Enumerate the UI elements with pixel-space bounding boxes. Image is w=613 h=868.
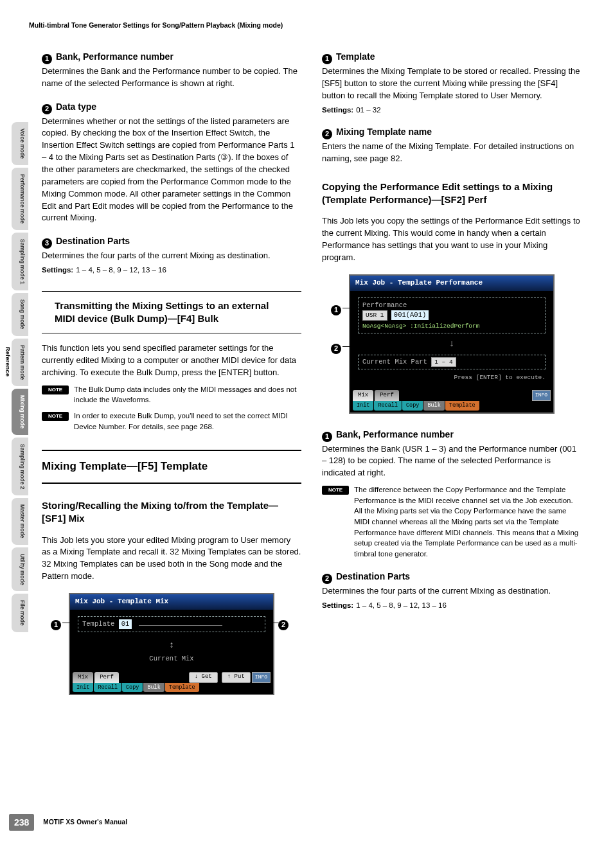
section-mixing-template: Mixing Template—[F5] Template <box>42 450 301 484</box>
figure-template-mix: 1 2 Mix Job - Template Mix Template 01 ↕… <box>69 593 274 695</box>
fig1-tab-perf: Perf <box>94 672 119 683</box>
left-column: 1Bank, Performance number Determines the… <box>42 50 301 695</box>
heading-data-type: 2Data type <box>42 100 301 114</box>
fig2-tab-mix: Mix <box>353 390 373 401</box>
body-copy-perf: This Job lets you copy the settings of t… <box>322 215 582 263</box>
heading-template-name: 2Mixing Template name <box>322 125 582 139</box>
heading-dest-parts-r: 2Destination Parts <box>322 570 582 584</box>
fig1-get-button: ↓ Get <box>189 672 218 683</box>
fig2-sub-template: Template <box>445 401 479 410</box>
body-dest-parts: Determines the four parts of the current… <box>42 250 301 262</box>
body-bank-perf: Determines the Bank and the Performance … <box>42 66 301 90</box>
note-bulk-2: NOTE In order to execute Bulk Dump, you'… <box>42 411 301 432</box>
fig1-template-name <box>139 625 222 626</box>
note-icon: NOTE <box>322 486 349 495</box>
sidebar-tab-file: File mode <box>12 594 28 632</box>
note-bulk-1: NOTE The Bulk Dump data includes only th… <box>42 384 301 405</box>
fig1-current-mix: Current Mix <box>78 654 265 664</box>
down-arrow-icon: ↓ <box>358 337 546 350</box>
fig2-sub-bulk: Bulk <box>423 401 444 410</box>
fig1-title: Mix Job - Template Mix <box>70 594 273 610</box>
sidebar-tab-performance: Performance mode <box>12 168 28 230</box>
sidebar-tabs: Voice mode Performance mode Sampling mod… <box>12 122 28 632</box>
fig1-info: INFO <box>252 672 271 683</box>
fig1-sub-template: Template <box>165 683 199 692</box>
fig2-title: Mix Job - Template Performance <box>350 276 553 291</box>
fig2-perf-name: NoAsg<NoAsg> :InitializedPerform <box>362 322 541 331</box>
fig1-callout-2-icon: 2 <box>278 620 289 630</box>
section-copy-perf: Copying the Performance Edit settings to… <box>322 181 582 207</box>
fig2-sub-init: Init <box>353 401 373 410</box>
page-number: 238 <box>9 814 34 831</box>
sidebar-tab-song: Song mode <box>12 293 28 335</box>
fig2-part-val: 1 – 4 <box>431 357 456 368</box>
sidebar-reference-label: Reference <box>3 347 12 376</box>
body-dest-parts-r: Determines the four parts of the current… <box>322 585 582 598</box>
body-template-name: Enters the name of the Mixing Template. … <box>322 141 582 165</box>
section-store-recall: Storing/Recalling the Mixing to/from the… <box>42 499 301 526</box>
fig2-prompt: Press [ENTER] to execute. <box>358 373 546 382</box>
heading-dest-parts: 3Destination Parts <box>42 235 301 249</box>
callout-3-icon: 3 <box>42 238 52 249</box>
fig2-tab-perf: Perf <box>375 390 399 401</box>
body-bulk-dump: This function lets you send specified pa… <box>42 342 301 379</box>
callout-1-icon: 1 <box>322 54 332 64</box>
body-data-type: Determines whether or not the settings o… <box>42 116 301 225</box>
page-footer: 238 MOTIF XS Owner's Manual <box>9 814 127 831</box>
fig2-callout-1-icon: 1 <box>331 305 341 315</box>
heading-bank-perf-r: 1Bank, Performance number <box>322 428 582 442</box>
body-bank-perf-r: Determines the Bank (USR 1 – 3) and the … <box>322 443 582 480</box>
fig2-num: 001(A01) <box>391 310 429 320</box>
fig1-template-value: 01 <box>119 619 132 629</box>
sidebar-tab-mixing: Mixing mode <box>12 389 28 435</box>
manual-title: MOTIF XS Owner's Manual <box>43 818 127 828</box>
callout-2-icon: 2 <box>322 129 332 139</box>
sidebar-tab-master: Master mode <box>12 498 28 544</box>
updown-arrow-icon: ↕ <box>78 639 265 651</box>
fig1-put-button: ↑ Put <box>222 672 251 683</box>
fig1-sub-init: Init <box>73 683 93 692</box>
fig2-sub-copy: Copy <box>402 401 423 410</box>
sidebar-tab-voice: Voice mode <box>12 122 28 165</box>
callout-1-icon: 1 <box>42 54 52 64</box>
callout-2-icon: 2 <box>322 574 332 584</box>
fig2-part-label: Current Mix Part <box>362 358 427 366</box>
fig2-sub-recall: Recall <box>374 401 402 410</box>
fig2-info: INFO <box>532 390 551 401</box>
sidebar-tab-sampling2: Sampling mode 2 <box>12 438 28 495</box>
settings-dest-parts: Settings:1 – 4, 5 – 8, 9 – 12, 13 – 16 <box>42 265 301 276</box>
fig1-sub-copy: Copy <box>122 683 143 692</box>
fig2-bank: USR 1 <box>362 310 387 321</box>
note-icon: NOTE <box>42 385 69 394</box>
note-copy-vs-template: NOTE The difference between the Copy Per… <box>322 484 582 560</box>
sidebar-tab-utility: Utility mode <box>12 547 28 592</box>
note-icon: NOTE <box>42 412 69 421</box>
page-header: Multi-timbral Tone Generator Settings fo… <box>29 21 283 30</box>
fig2-perf-label: Performance <box>362 301 541 310</box>
body-store-recall: This Job lets you store your edited Mixi… <box>42 535 301 583</box>
body-template: Determines the Mixing Template to be sto… <box>322 66 582 102</box>
heading-template: 1Template <box>322 50 582 64</box>
callout-2-icon: 2 <box>42 104 52 114</box>
fig1-sub-recall: Recall <box>94 683 121 692</box>
sidebar-tab-pattern: Pattern mode <box>12 339 28 386</box>
fig1-template-label: Template <box>82 620 114 628</box>
fig2-callout-2-icon: 2 <box>331 344 341 354</box>
fig1-callout-1-icon: 1 <box>51 620 61 630</box>
sidebar-tab-sampling1: Sampling mode 1 <box>12 233 28 290</box>
settings-template: Settings:01 – 32 <box>322 105 582 116</box>
fig1-tab-mix: Mix <box>73 672 93 683</box>
heading-bank-perf: 1Bank, Performance number <box>42 50 301 64</box>
callout-1-icon: 1 <box>322 432 332 442</box>
settings-dest-parts-r: Settings:1 – 4, 5 – 8, 9 – 12, 13 – 16 <box>322 600 582 611</box>
fig1-sub-bulk: Bulk <box>143 683 164 692</box>
section-bulk-dump: Transmitting the Mixing Settings to an e… <box>42 291 301 334</box>
right-column: 1Template Determines the Mixing Template… <box>322 50 582 695</box>
figure-template-perf: 1 2 Mix Job - Template Performance Perfo… <box>349 274 555 414</box>
